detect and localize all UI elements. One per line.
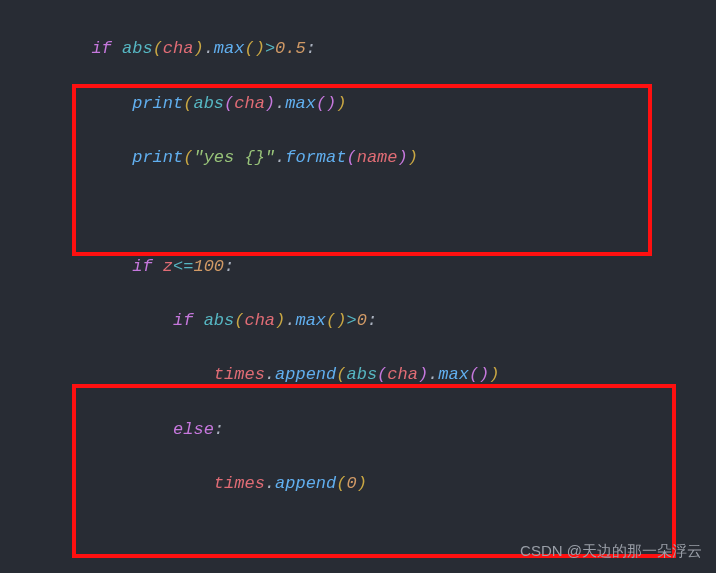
code-line: if abs(cha).max()>0: <box>0 307 716 334</box>
builtin-abs: abs <box>122 39 153 58</box>
code-line: print("yes {}".format(name)) <box>0 144 716 171</box>
code-line: if z<=100: <box>0 253 716 280</box>
code-line: times.append(0) <box>0 470 716 497</box>
code-line: print(abs(cha).max()) <box>0 90 716 117</box>
code-line <box>0 198 716 225</box>
code-block: if abs(cha).max()>0.5: print(abs(cha).ma… <box>0 0 716 573</box>
code-line: if abs(cha).max()>0.5: <box>0 35 716 62</box>
watermark-text: CSDN @天边的那一朵浮云 <box>520 539 702 563</box>
code-line: else: <box>0 416 716 443</box>
code-line: times.append(abs(cha).max()) <box>0 361 716 388</box>
keyword-if: if <box>91 39 111 58</box>
